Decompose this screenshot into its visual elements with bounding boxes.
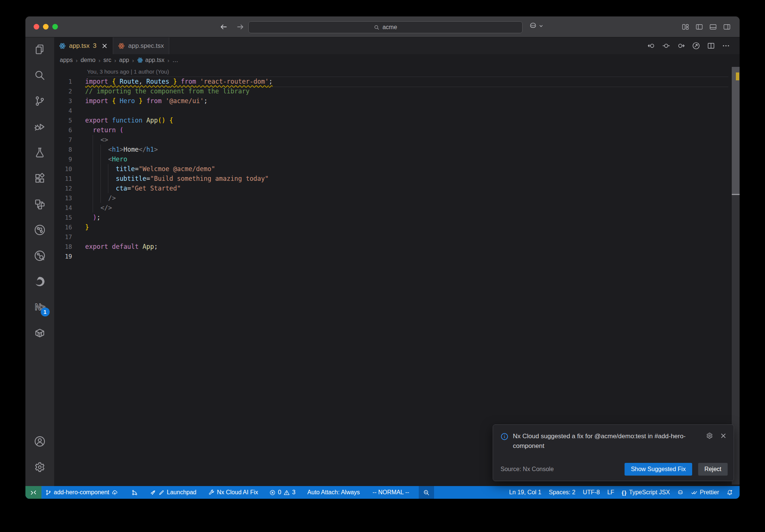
current-change-icon[interactable] [662, 42, 670, 50]
status-language-mode[interactable]: {}TypeScript JSX [618, 486, 673, 499]
line-number: 1 [54, 78, 72, 85]
panel-left-icon[interactable] [696, 23, 703, 31]
status-eol[interactable]: LF [604, 486, 618, 499]
code-line-11: 11 subtitle="Build something amazing tod… [54, 174, 740, 183]
code-line-2: 2// importing the component from the lib… [54, 86, 740, 96]
panel-bottom-icon[interactable] [709, 23, 717, 31]
activity-item-graph-search[interactable] [33, 249, 47, 262]
activity-item-containers[interactable] [33, 326, 47, 340]
breadcrumb-item-app.tsx[interactable]: app.tsx [137, 57, 165, 64]
status-zoom-indicator[interactable] [419, 486, 434, 499]
status-copilot-status[interactable] [673, 486, 687, 499]
breadcrumb-item-…[interactable]: … [172, 57, 178, 64]
status-auto-attach[interactable]: Auto Attach: Always [304, 486, 364, 499]
notification-close-icon[interactable] [720, 432, 727, 439]
status-remote-indicator[interactable] [25, 486, 41, 499]
breadcrumb: apps›demo›src›app›app.tsx›… [54, 54, 740, 66]
status-cursor-position[interactable]: Ln 19, Col 1 [505, 486, 545, 499]
status-encoding[interactable]: UTF-8 [579, 486, 603, 499]
maximize-window-button[interactable] [52, 24, 58, 30]
line-number: 13 [54, 195, 72, 202]
navigate-back-icon[interactable] [647, 42, 655, 50]
status-git-graph[interactable] [128, 486, 142, 499]
status-label: Ln 19, Col 1 [509, 489, 541, 496]
tab-label: app.spec.tsx [128, 42, 164, 50]
tab-app.tsx[interactable]: app.tsx3 [54, 37, 113, 54]
line-number: 3 [54, 98, 72, 105]
breadcrumb-item-demo[interactable]: demo [81, 57, 96, 64]
activity-item-nx-console[interactable]: N>1 [33, 300, 47, 314]
code-line-18: 18export default App; [54, 242, 740, 251]
history-back-icon[interactable] [220, 23, 228, 31]
minimize-window-button[interactable] [43, 24, 49, 30]
status-label: Launchpad [167, 489, 196, 496]
info-icon [501, 433, 508, 440]
code-line-6: 6 return ( [54, 125, 740, 135]
activity-item-explorer[interactable] [33, 43, 47, 56]
activity-item-extensions[interactable] [33, 171, 47, 185]
line-number: 15 [54, 214, 72, 221]
tab-label: app.tsx [69, 42, 90, 50]
code-line-7: 7 <> [54, 135, 740, 145]
vertical-scrollbar[interactable] [732, 67, 740, 485]
navigate-forward-icon[interactable] [677, 42, 685, 50]
scrollbar-thumb[interactable] [732, 67, 740, 194]
activity-item-dependencies[interactable] [33, 197, 47, 211]
code-line-16: 16} [54, 222, 740, 232]
breadcrumb-separator: › [99, 57, 100, 64]
activity-item-testing[interactable] [33, 146, 47, 159]
line-content: ); [72, 214, 100, 221]
workbench: N>1 app.tsx3app.spec.tsx apps›demo›src›a… [25, 37, 740, 486]
status-notifications-bell[interactable] [723, 486, 737, 499]
status-bar-left: add-hero-componentLaunchpadNx Cloud AI F… [25, 486, 505, 499]
graph-search-icon [34, 250, 46, 262]
split-editor-icon[interactable] [707, 42, 715, 50]
desktop: { "colors": { "status_bar_bg": "#0e72d0"… [0, 0, 765, 532]
copilot-menu[interactable] [529, 22, 543, 30]
activity-bar: N>1 [25, 37, 54, 486]
more-actions-icon[interactable] [722, 42, 730, 50]
activity-item-edge-browser[interactable] [33, 275, 47, 288]
breadcrumb-separator: › [114, 57, 116, 64]
activity-item-source-control[interactable] [33, 94, 47, 108]
status-prettier[interactable]: Prettier [687, 486, 723, 499]
breadcrumb-item-src[interactable]: src [103, 57, 111, 64]
activity-item-search[interactable] [33, 68, 47, 82]
braces-icon: {} [622, 489, 627, 496]
status-git-branch[interactable]: add-hero-component [41, 486, 122, 499]
panel-right-icon[interactable] [723, 23, 731, 31]
layout-customize-icon[interactable] [682, 23, 689, 31]
reject-button[interactable]: Reject [698, 463, 728, 476]
tab-app.spec.tsx[interactable]: app.spec.tsx [113, 37, 169, 54]
code-line-14: 14 </> [54, 203, 740, 213]
status-problems[interactable]: 03 [266, 486, 299, 499]
activity-item-settings[interactable] [33, 460, 47, 474]
activity-item-project-graph[interactable] [33, 223, 47, 236]
status-nx-cloud-ai-fix[interactable]: Nx Cloud AI Fix [205, 486, 262, 499]
line-number: 6 [54, 127, 72, 134]
notification-settings-gear-icon[interactable] [706, 432, 713, 439]
status-launchpad[interactable]: Launchpad [146, 486, 200, 499]
activity-item-run-and-debug[interactable] [33, 120, 47, 133]
code-line-5: 5export function App() { [54, 115, 740, 125]
breadcrumb-item-app[interactable]: app [119, 57, 129, 64]
history-forward-icon[interactable] [236, 23, 244, 31]
line-number: 17 [54, 233, 72, 241]
git-blame-lens: You, 3 hours ago | 1 author (You) [54, 66, 740, 77]
tab-close-icon[interactable] [101, 43, 108, 49]
close-window-button[interactable] [34, 24, 39, 30]
line-number: 5 [54, 117, 72, 124]
breadcrumb-separator: › [76, 57, 78, 64]
command-center-search[interactable]: acme [248, 21, 523, 33]
run-file-icon[interactable] [692, 42, 700, 50]
status-vim-mode[interactable]: -- NORMAL -- [369, 486, 413, 499]
activity-item-account[interactable] [33, 434, 47, 448]
line-content: <Hero [72, 155, 127, 163]
breadcrumb-item-apps[interactable]: apps [60, 57, 73, 64]
layout-controls [682, 16, 731, 37]
show-suggested-fix-button[interactable]: Show Suggested Fix [625, 463, 692, 476]
status-indentation[interactable]: Spaces: 2 [545, 486, 579, 499]
code-line-13: 13 /> [54, 193, 740, 203]
editor-actions [647, 37, 740, 54]
status-bar: add-hero-componentLaunchpadNx Cloud AI F… [25, 486, 740, 499]
